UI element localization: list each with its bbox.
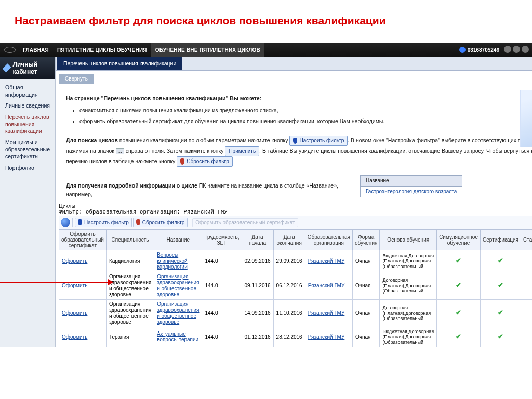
inline-filter-button[interactable]: Настроить фильтр [289, 136, 348, 146]
th-certcol[interactable]: Сертификация [481, 230, 521, 250]
th-cert[interactable]: Оформить образовательный сертификат [59, 230, 106, 250]
th-org[interactable]: Образовательная организация [305, 230, 352, 250]
table-row: ОформитьТерапияАктуальные вопросы терапи… [59, 327, 532, 347]
sidebar-item-cycles-list[interactable]: Перечень циклов повышения квалификации [0, 112, 55, 137]
cycle-name-link[interactable]: Вопросы клинической кардиологии [157, 252, 188, 270]
th-sim[interactable]: Симуляционное обучение [437, 230, 481, 250]
pin-icon [78, 219, 82, 225]
th-basis[interactable]: Основа обучения [380, 230, 437, 250]
cell-form: Очная [353, 299, 380, 327]
action-link[interactable]: Оформить [62, 334, 87, 340]
th-form[interactable]: Форма обучения [353, 230, 380, 250]
cycle-name-link[interactable]: Организация здравоохранения и общественн… [157, 274, 199, 298]
table-row: ОформитьОрганизация здравоохранения и об… [59, 299, 532, 327]
user-id: 03168705246 [468, 47, 499, 53]
mini-table-link[interactable]: Гастроэнтерология детского возраста [361, 187, 462, 197]
nav-five-year[interactable]: ПЯТИЛЕТНИЕ ЦИКЛЫ ОБУЧЕНИЯ [53, 43, 151, 57]
cycles-toolbar: Настроить фильтр Сбросить фильтр Оформит… [59, 216, 532, 229]
app-logo [4, 47, 16, 53]
mini-table-header: Название [361, 176, 462, 187]
th-name[interactable]: Название [154, 230, 202, 250]
inline-apply-button[interactable]: Применить [225, 146, 259, 156]
cell-end: 28.12.2016 [273, 327, 305, 347]
cell-basis: Договорная (Платная),Договорная (Образов… [380, 299, 437, 327]
refresh-icon[interactable] [61, 218, 70, 227]
cell-spec: Кардиология [106, 250, 154, 272]
pin-red-icon [136, 219, 140, 225]
cycle-name-link[interactable]: Актуальные вопросы терапии [157, 331, 198, 343]
user-avatar-icon [459, 47, 466, 53]
nav-outside[interactable]: ОБУЧЕНИЕ ВНЕ ПЯТИЛЕТНИХ ЦИКЛОВ [151, 43, 264, 57]
cell-staz: — [521, 272, 533, 299]
th-end[interactable]: Дата окончания [273, 230, 305, 250]
cell-basis: Договорная (Платная),Договорная (Образов… [380, 272, 437, 299]
cell-sim: ✔ [437, 327, 481, 347]
sidebar: Личный кабинет Общая информация Личные с… [0, 57, 56, 347]
tab-bar: Перечень циклов повышения квалификации [56, 57, 532, 71]
action-link[interactable]: Оформить [62, 258, 87, 264]
toolbar-filter-button[interactable]: Настроить фильтр [75, 218, 132, 227]
help-icon[interactable] [513, 46, 520, 53]
top-nav-bar: ГЛАВНАЯ ПЯТИЛЕТНИЕ ЦИКЛЫ ОБУЧЕНИЯ ОБУЧЕН… [0, 43, 532, 57]
cell-zet: 144.0 [202, 250, 242, 272]
annotation-arrow [0, 280, 113, 285]
slide-title: Настраиваем фильтр для поиска циклов пов… [0, 0, 532, 43]
info-heading: На странице "Перечень циклов повышения к… [66, 95, 261, 101]
sidebar-item-portfolio[interactable]: Портфолио [0, 163, 55, 174]
cell-zet: 144.0 [202, 327, 242, 347]
table-row: ОформитьОрганизация здравоохранения и об… [59, 272, 532, 299]
org-link[interactable]: Рязанский ГМУ [308, 283, 345, 288]
cell-sim: ✔ [437, 299, 481, 327]
cell-basis: Бюджетная,Договорная (Платная),Договорна… [380, 250, 437, 272]
cell-form: Очная [353, 250, 380, 272]
cell-staz: — [521, 250, 533, 272]
cell-basis: Бюджетная,Договорная (Платная),Договорна… [380, 327, 437, 347]
books-illustration [520, 90, 532, 147]
toolbar-reset-label: Сбросить фильтр [142, 220, 184, 225]
org-link[interactable]: Рязанский ГМУ [308, 310, 345, 316]
action-link[interactable]: Оформить [62, 310, 87, 316]
sidebar-item-personal[interactable]: Личные сведения [0, 100, 55, 112]
info-search-strong: Для поиска циклов [66, 137, 118, 143]
th-staz[interactable]: Стажировка [521, 230, 533, 250]
toolbar-cert-button: Оформить образовательный сертификат [192, 218, 298, 227]
org-link[interactable]: Рязанский ГМУ [308, 258, 345, 264]
notif-icon[interactable] [522, 46, 529, 53]
info-bullet-1: ознакомиться с циклами повышения квалифи… [79, 106, 532, 115]
th-spec[interactable]: Специальность [106, 230, 154, 250]
diamond-icon [3, 63, 11, 72]
cell-sim: ✔ [437, 272, 481, 299]
sidebar-item-my-cycles[interactable]: Мои циклы и образовательные сертификаты [0, 137, 55, 163]
nav-home[interactable]: ГЛАВНАЯ [19, 43, 53, 57]
th-zet[interactable]: Трудоёмкость, ЗЕТ [202, 230, 242, 250]
inline-reset-label: Сбросить фильтр [187, 157, 229, 166]
cell-start: 02.09.2016 [242, 250, 273, 272]
sidebar-header-label: Личный кабинет [12, 61, 51, 75]
sidebar-header: Личный кабинет [0, 57, 55, 79]
ellipsis-button[interactable]: … [116, 148, 124, 154]
info-text-1: повышения квалификации по любым параметр… [118, 137, 289, 143]
cell-end: 11.10.2016 [273, 299, 305, 327]
toolbar-filter-label: Настроить фильтр [84, 220, 129, 225]
th-start[interactable]: Дата начала [242, 230, 273, 250]
table-row: ОформитьКардиологияВопросы клинической к… [59, 250, 532, 272]
pin-icon [293, 138, 297, 144]
globe-icon[interactable] [504, 46, 511, 53]
cell-form: Очная [353, 272, 380, 299]
info-text-3: справа от поля. Затем нажмите кнопку [124, 148, 225, 154]
toolbar-reset-button[interactable]: Сбросить фильтр [133, 218, 188, 227]
cycles-table: Оформить образовательный сертификат Спец… [59, 229, 532, 347]
org-link[interactable]: Рязанский ГМУ [308, 334, 345, 340]
sidebar-item-general[interactable]: Общая информация [0, 82, 55, 100]
cell-zet: 144.0 [202, 272, 242, 299]
cycle-name-link[interactable]: Организация здравоохранения и общественн… [157, 301, 199, 325]
cell-spec: Терапия [106, 327, 154, 347]
cell-zet: 144.0 [202, 299, 242, 327]
cell-cert: ✔ [481, 299, 521, 327]
cycles-section: Циклы Фильтр: образовательная организаци… [56, 201, 532, 347]
cell-spec: Организация здравоохранения и общественн… [106, 299, 154, 327]
active-tab[interactable]: Перечень циклов повышения квалификации [57, 57, 182, 70]
cell-form: Очная [353, 327, 380, 347]
inline-reset-button[interactable]: Сбросить фильтр [177, 156, 232, 167]
collapse-button[interactable]: Свернуть [59, 74, 94, 84]
